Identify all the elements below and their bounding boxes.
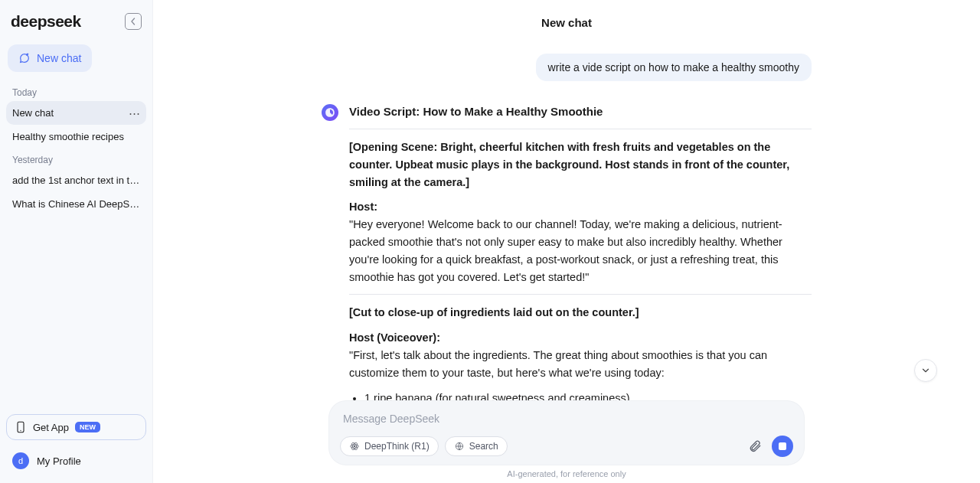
history-item-deepseek[interactable]: What is Chinese AI DeepSeek? De	[6, 192, 146, 216]
ai-content: Video Script: How to Make a Healthy Smoo…	[349, 103, 812, 433]
scene-direction: [Opening Scene: Bright, cheerful kitchen…	[349, 141, 789, 188]
get-app-button[interactable]: Get App NEW	[6, 414, 146, 440]
response-title: Video Script: How to Make a Healthy Smoo…	[349, 103, 812, 121]
search-toggle[interactable]: Search	[445, 436, 508, 456]
new-chat-label: New chat	[37, 52, 81, 64]
scroll-to-bottom-button[interactable]	[914, 359, 937, 382]
history-item-new-chat[interactable]: New chat ⋯	[6, 101, 146, 125]
history-group-label: Today	[6, 81, 146, 101]
deepthink-toggle[interactable]: DeepThink (R1)	[340, 436, 439, 456]
ai-avatar-icon	[322, 104, 338, 121]
input-bar: DeepThink (R1) Search AI-generated, for	[153, 401, 980, 478]
dialogue-line: "Hey everyone! Welcome back to our chann…	[349, 218, 782, 283]
history-item-title: New chat	[12, 107, 54, 119]
new-badge: NEW	[75, 422, 100, 432]
avatar: d	[12, 452, 29, 469]
collapse-sidebar-button[interactable]	[125, 13, 142, 30]
get-app-label: Get App	[33, 422, 69, 433]
disclaimer: AI-generated, for reference only	[507, 469, 626, 478]
globe-icon	[454, 441, 465, 452]
history-item-healthy-smoothie[interactable]: Healthy smoothie recipes	[6, 125, 146, 148]
page-title: New chat	[153, 0, 980, 44]
sidebar: deepseek New chat Today New chat ⋯ Healt…	[0, 0, 153, 483]
svg-point-1	[20, 430, 21, 431]
stop-button[interactable]	[772, 436, 793, 457]
message-input[interactable]	[340, 413, 793, 436]
history-item-title: What is Chinese AI DeepSeek? De	[12, 198, 140, 210]
user-bubble: write a vide script on how to make a hea…	[536, 54, 812, 81]
profile-label: My Profile	[37, 455, 81, 467]
phone-icon	[15, 421, 27, 433]
deepthink-label: DeepThink (R1)	[364, 441, 430, 452]
main: New chat write a vide script on how to m…	[153, 0, 980, 483]
profile-button[interactable]: d My Profile	[6, 448, 146, 474]
more-icon[interactable]: ⋯	[129, 107, 140, 119]
atom-icon	[349, 441, 360, 452]
paperclip-icon	[748, 439, 762, 453]
new-chat-icon	[18, 52, 31, 64]
new-chat-button[interactable]: New chat	[8, 44, 92, 72]
history-item-title: Healthy smoothie recipes	[12, 131, 124, 142]
input-box: DeepThink (R1) Search	[329, 401, 804, 465]
chevron-down-icon	[920, 365, 931, 376]
stop-icon	[779, 442, 786, 450]
ai-message: Video Script: How to Make a Healthy Smoo…	[322, 103, 812, 433]
history-group-label: Yesterday	[6, 148, 146, 168]
speaker-label: Host (Voiceover):	[349, 331, 440, 344]
speaker-label: Host:	[349, 201, 377, 213]
logo: deepseek	[11, 12, 81, 31]
user-message: write a vide script on how to make a hea…	[322, 54, 812, 81]
search-label: Search	[469, 441, 498, 452]
attach-button[interactable]	[744, 436, 766, 457]
chevron-left-icon	[129, 18, 137, 25]
scene-direction: [Cut to close-up of ingredients laid out…	[349, 306, 639, 318]
history-item-anchor-text[interactable]: add the 1st anchor text in the 1	[6, 168, 146, 192]
history-item-title: add the 1st anchor text in the 1	[12, 175, 140, 186]
dialogue-line: "First, let's talk about the ingredients…	[349, 349, 767, 379]
svg-point-2	[354, 445, 355, 447]
